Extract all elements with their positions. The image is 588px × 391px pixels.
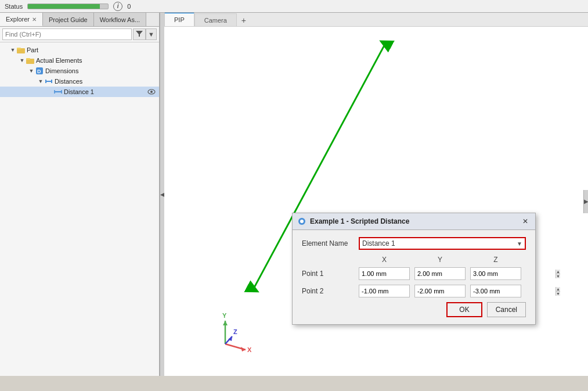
tree-label-distance-1: Distance 1 xyxy=(64,88,146,95)
status-progress-fill xyxy=(28,4,100,9)
dialog-buttons: OK Cancel xyxy=(302,302,526,317)
tree-arrow-actual-elements[interactable]: ▼ xyxy=(19,57,26,64)
tab-project-guide[interactable]: Project Guide xyxy=(43,13,94,26)
search-dropdown-button[interactable]: ▼ xyxy=(146,28,157,40)
tree-item-part[interactable]: ▼ Part xyxy=(0,45,159,55)
point2-z-up[interactable]: ▲ xyxy=(556,287,560,292)
eye-icon-distance-1[interactable] xyxy=(146,87,157,96)
svg-marker-0 xyxy=(136,31,143,37)
dialog-scripted-distance: Example 1 - Scripted Distance ✕ Element … xyxy=(292,213,536,325)
canvas-area[interactable]: X Y Z ▶ xyxy=(164,27,588,376)
point2-x-spinbox[interactable]: ▲ ▼ xyxy=(359,285,410,297)
col-header-y: Y xyxy=(414,256,466,264)
dialog-body: Element Name Distance 1 ▼ X Y Z xyxy=(293,230,535,324)
svg-text:X: X xyxy=(247,346,251,353)
point2-z-down[interactable]: ▼ xyxy=(556,292,560,296)
point1-z-spinbox[interactable]: ▲ ▼ xyxy=(470,267,521,280)
element-name-row: Element Name Distance 1 ▼ xyxy=(302,237,526,250)
dialog-title-icon xyxy=(297,217,306,226)
folder-icon-actual-elements xyxy=(26,56,35,65)
axis-indicator: X Y Z xyxy=(199,312,251,364)
tab-explorer[interactable]: Explorer ✕ xyxy=(0,13,43,26)
col-header-z: Z xyxy=(470,256,521,264)
element-name-value: Distance 1 xyxy=(362,239,395,247)
point2-z-input[interactable] xyxy=(471,288,555,295)
tab-project-guide-label: Project Guide xyxy=(49,16,88,23)
svg-text:Y: Y xyxy=(222,312,227,319)
folder-icon-part xyxy=(16,45,26,55)
point1-label: Point 1 xyxy=(302,270,354,278)
left-collapse-handle[interactable]: ◀ xyxy=(160,13,164,376)
viewport-tab-camera-label: Camera xyxy=(204,17,227,24)
svg-text:D: D xyxy=(37,69,41,74)
tab-workflow[interactable]: Workflow As... xyxy=(94,13,146,26)
status-info-icon[interactable]: i xyxy=(113,2,122,11)
dist1-icon-distance-1 xyxy=(53,87,63,96)
main-layout: Explorer ✕ Project Guide Workflow As... … xyxy=(0,13,588,376)
svg-point-28 xyxy=(300,220,304,223)
tree-arrow-dimensions[interactable]: ▼ xyxy=(28,67,35,74)
viewport-tab-pip[interactable]: PIP xyxy=(164,13,194,26)
tree-item-distances[interactable]: ▼ Distances xyxy=(0,76,159,87)
select-arrow-icon: ▼ xyxy=(517,241,522,247)
viewport-tabs: PIP Camera + xyxy=(164,13,588,27)
tree-arrow-part[interactable]: ▼ xyxy=(9,46,16,53)
cancel-button[interactable]: Cancel xyxy=(487,302,526,317)
status-count: 0 xyxy=(127,3,131,10)
search-input[interactable] xyxy=(2,28,132,40)
tree-label-part: Part xyxy=(27,46,159,53)
viewport-tab-add[interactable]: + xyxy=(237,15,251,26)
point1-z-down[interactable]: ▼ xyxy=(556,274,560,278)
tab-explorer-label: Explorer xyxy=(6,16,30,23)
viewport-tab-camera[interactable]: Camera xyxy=(194,13,237,26)
tree-item-distance-1[interactable]: Distance 1 xyxy=(0,87,159,97)
ok-button[interactable]: OK xyxy=(446,302,482,317)
col-header-x: X xyxy=(359,256,410,264)
point1-y-spinbox[interactable]: ▲ ▼ xyxy=(414,267,466,280)
search-bar: ▼ xyxy=(0,27,159,42)
point2-y-spinbox[interactable]: ▲ ▼ xyxy=(414,285,466,297)
point1-x-spinbox[interactable]: ▲ ▼ xyxy=(359,267,410,280)
point2-z-spinbox[interactable]: ▲ ▼ xyxy=(470,285,521,297)
tree-label-dimensions: Dimensions xyxy=(45,67,159,74)
tree-item-dimensions[interactable]: ▼ D Dimensions xyxy=(0,66,159,76)
left-panel: Explorer ✕ Project Guide Workflow As... … xyxy=(0,13,160,376)
status-label: Status xyxy=(5,3,23,10)
dialog-close-button[interactable]: ✕ xyxy=(520,216,531,227)
point1-z-up[interactable]: ▲ xyxy=(556,270,560,274)
point1-z-input[interactable] xyxy=(471,270,555,277)
svg-text:Z: Z xyxy=(233,328,237,335)
element-name-select[interactable]: Distance 1 ▼ xyxy=(359,237,526,250)
svg-marker-22 xyxy=(223,321,228,325)
point2-label: Point 2 xyxy=(302,287,354,295)
status-bar: Status i 0 xyxy=(0,0,588,13)
viewport-tab-pip-label: PIP xyxy=(174,16,185,23)
tab-workflow-label: Workflow As... xyxy=(100,16,140,23)
svg-rect-2 xyxy=(17,48,21,49)
dialog-titlebar[interactable]: Example 1 - Scripted Distance ✕ xyxy=(293,213,535,230)
search-filter-button[interactable] xyxy=(133,28,146,40)
dialog-title-text: Example 1 - Scripted Distance xyxy=(310,217,517,225)
tree-arrow-distances[interactable]: ▼ xyxy=(37,78,44,85)
svg-point-14 xyxy=(150,91,153,93)
tree-label-distances: Distances xyxy=(55,78,159,85)
svg-rect-4 xyxy=(26,58,30,60)
status-progress-bg xyxy=(27,3,109,9)
point1-row: Point 1 ▲ ▼ ▲ xyxy=(302,267,526,280)
right-panel: PIP Camera + xyxy=(164,13,588,376)
element-name-label: Element Name xyxy=(302,239,354,247)
dialog-col-headers: X Y Z xyxy=(302,256,526,264)
left-tabs: Explorer ✕ Project Guide Workflow As... xyxy=(0,13,159,27)
tree-label-actual-elements: Actual Elements xyxy=(36,57,159,64)
tree-item-actual-elements[interactable]: ▼ Actual Elements xyxy=(0,55,159,66)
right-collapse-handle[interactable]: ▶ xyxy=(583,190,588,213)
point2-row: Point 2 ▲ ▼ ▲ xyxy=(302,285,526,297)
tree: ▼ Part ▼ Actual Elements xyxy=(0,42,159,376)
dim-icon-dimensions: D xyxy=(35,66,44,76)
tab-explorer-close[interactable]: ✕ xyxy=(32,16,37,23)
dist-icon-distances xyxy=(44,77,53,86)
